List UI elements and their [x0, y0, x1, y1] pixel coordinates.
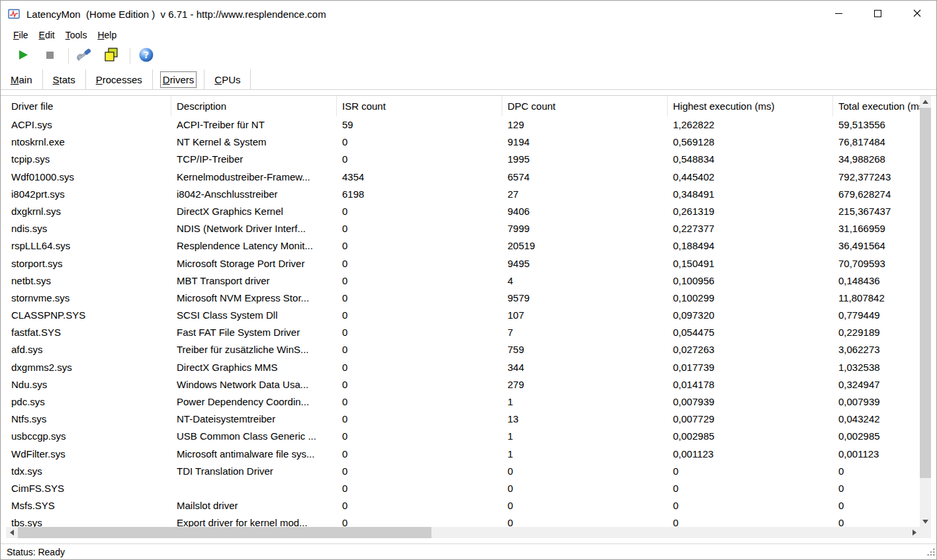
table-cell: tcpip.sys: [6, 151, 171, 168]
window-title: LatencyMon (Home Edition ) v 6.71 - http…: [26, 9, 326, 20]
table-row[interactable]: rspLLL64.sysResplendence Latency Monit..…: [6, 237, 920, 255]
close-button[interactable]: [897, 1, 936, 27]
table-row[interactable]: i8042prt.sysi8042-Anschlusstreiber619827…: [6, 186, 920, 203]
options-button[interactable]: [73, 45, 97, 67]
table-row[interactable]: ACPI.sysACPI-Treiber für NT591291,262822…: [6, 116, 920, 134]
start-monitor-button[interactable]: [11, 45, 35, 67]
table-cell: 0,007729: [668, 411, 833, 428]
horizontal-scrollbar[interactable]: [6, 527, 920, 538]
table-cell: DirectX Graphics MMS: [171, 359, 337, 376]
column-header[interactable]: Total execution (ms): [833, 96, 920, 116]
help-button[interactable]: ?: [134, 45, 158, 67]
table-cell: fastfat.SYS: [6, 324, 171, 341]
table-row[interactable]: tcpip.sysTCP/IP-Treiber019950,54883434,9…: [6, 151, 920, 168]
table-row[interactable]: dxgmms2.sysDirectX Graphics MMS03440,017…: [6, 359, 920, 376]
scroll-up-arrow-icon[interactable]: [920, 96, 931, 107]
table-cell: 0: [833, 463, 920, 480]
table-cell: 0: [337, 376, 502, 393]
table-cell: 0: [337, 411, 502, 428]
table-row[interactable]: dxgkrnl.sysDirectX Graphics Kernel094060…: [6, 203, 920, 220]
table-cell: netbt.sys: [6, 272, 171, 290]
svg-text:?: ?: [144, 50, 149, 60]
table-cell: 20519: [502, 237, 668, 255]
table-cell: 0,097320: [668, 307, 833, 324]
table-row[interactable]: storport.sysMicrosoft Storage Port Drive…: [6, 255, 920, 272]
table-row[interactable]: pdc.sysPower Dependency Coordin...010,00…: [6, 393, 920, 411]
tab-stats[interactable]: Stats: [43, 69, 86, 89]
table-row[interactable]: WdFilter.sysMicrosoft antimalware file s…: [6, 446, 920, 463]
table-row[interactable]: afd.sysTreiber für zusätzliche WinS...07…: [6, 341, 920, 358]
table-cell: 0: [337, 255, 502, 272]
table-row[interactable]: Ntfs.sysNT-Dateisystemtreiber0130,007729…: [6, 411, 920, 428]
table-cell: DirectX Graphics Kernel: [171, 203, 337, 220]
table-cell: 9406: [502, 203, 668, 220]
table-row[interactable]: netbt.sysMBT Transport driver040,1009560…: [6, 272, 920, 290]
tab-processes[interactable]: Processes: [86, 69, 153, 89]
table-row[interactable]: tbs.sysExport driver for kernel mod...00…: [6, 514, 920, 527]
table-row[interactable]: Ndu.sysWindows Network Data Usa...02790,…: [6, 376, 920, 393]
resize-grip-icon[interactable]: [926, 547, 935, 558]
table-cell: 1,032538: [833, 359, 920, 376]
minimize-button[interactable]: [819, 1, 858, 27]
table-cell: 0,100299: [668, 290, 833, 307]
toolbar-separator: [130, 48, 130, 64]
table-cell: 0,150491: [668, 255, 833, 272]
maximize-button[interactable]: [858, 1, 897, 27]
column-header[interactable]: DPC count: [502, 96, 668, 116]
table-row[interactable]: usbccgp.sysUSB Common Class Generic ...0…: [6, 428, 920, 445]
table-row[interactable]: Wdf01000.sysKernelmodustreiber-Framew...…: [6, 169, 920, 186]
tab-main[interactable]: Main: [1, 69, 43, 89]
table-row[interactable]: CLASSPNP.SYSSCSI Class System Dll01070,0…: [6, 307, 920, 324]
play-icon: [17, 48, 30, 64]
table-row[interactable]: stornvme.sysMicrosoft NVM Express Stor..…: [6, 290, 920, 307]
menu-item-file[interactable]: File: [8, 28, 34, 42]
table-cell: MBT Transport driver: [171, 272, 337, 290]
column-header[interactable]: Highest execution (ms): [668, 96, 833, 116]
copy-report-button[interactable]: [99, 45, 123, 67]
table-cell: dxgkrnl.sys: [6, 203, 171, 220]
table-cell: 76,817484: [833, 134, 920, 151]
table-cell: stornvme.sys: [6, 290, 171, 307]
menu-item-edit[interactable]: Edit: [34, 28, 60, 42]
table-cell: storport.sys: [6, 255, 171, 272]
table-cell: 1: [502, 393, 668, 411]
table-cell: 9495: [502, 255, 668, 272]
table-row[interactable]: tdx.sysTDI Translation Driver0000: [6, 463, 920, 480]
menu-item-tools[interactable]: Tools: [60, 28, 93, 42]
scroll-left-arrow-icon[interactable]: [6, 527, 17, 538]
column-header[interactable]: ISR count: [337, 96, 502, 116]
column-header[interactable]: Driver file: [6, 96, 171, 116]
horizontal-scrollbar-thumb[interactable]: [18, 527, 431, 538]
vertical-scrollbar-thumb[interactable]: [920, 108, 931, 478]
table-row[interactable]: ndis.sysNDIS (Network Driver Interf...07…: [6, 220, 920, 237]
table-cell: 0,014178: [668, 376, 833, 393]
menu-item-help[interactable]: Help: [92, 28, 122, 42]
table-cell: 0,001123: [833, 446, 920, 463]
tab-cpus[interactable]: CPUs: [204, 69, 251, 89]
table-cell: Microsoft Storage Port Driver: [171, 255, 337, 272]
table-cell: dxgmms2.sys: [6, 359, 171, 376]
window-controls: [819, 1, 936, 27]
table-cell: 1995: [502, 151, 668, 168]
table-cell: 7999: [502, 220, 668, 237]
table-cell: 0: [337, 480, 502, 497]
table-cell: 0: [337, 463, 502, 480]
stop-monitor-button[interactable]: [38, 45, 62, 67]
scrollbar-corner: [920, 527, 931, 538]
table-cell: 0,100956: [668, 272, 833, 290]
scroll-right-arrow-icon[interactable]: [909, 527, 920, 538]
table-row[interactable]: ntoskrnl.exeNT Kernel & System091940,569…: [6, 134, 920, 151]
table-cell: 0: [337, 203, 502, 220]
column-header[interactable]: Description: [171, 96, 337, 116]
table-row[interactable]: fastfat.SYSFast FAT File System Driver07…: [6, 324, 920, 341]
vertical-scrollbar[interactable]: [920, 96, 931, 527]
table-cell: USB Common Class Generic ...: [171, 428, 337, 445]
scroll-down-arrow-icon[interactable]: [920, 516, 931, 527]
tab-drivers[interactable]: Drivers: [153, 69, 205, 89]
table-cell: 0: [502, 480, 668, 497]
table-cell: usbccgp.sys: [6, 428, 171, 445]
table-cell: CLASSPNP.SYS: [6, 307, 171, 324]
table-cell: 0,043242: [833, 411, 920, 428]
table-row[interactable]: CimFS.SYS0000: [6, 480, 920, 497]
table-row[interactable]: Msfs.SYSMailslot driver0000: [6, 497, 920, 514]
